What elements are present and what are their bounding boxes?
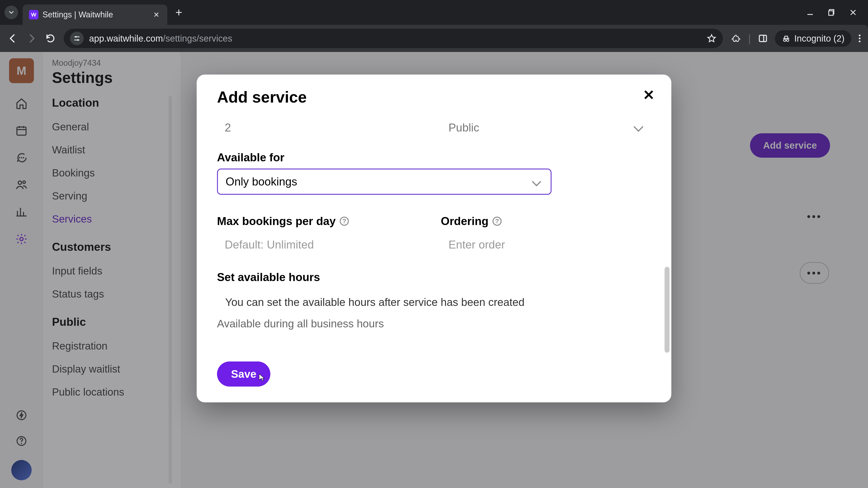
modal-close-button[interactable]: ✕ [643,87,655,103]
svg-point-5 [783,39,786,41]
maximize-button[interactable] [828,8,835,16]
kebab-icon [859,34,861,43]
panel-icon [758,34,768,43]
address-bar-row: app.waitwhile.com/settings/services | In… [0,25,868,52]
waitwhile-favicon [29,10,38,20]
ordering-input[interactable]: Enter order [441,232,651,257]
label-ordering: Ordering? [441,215,651,228]
help-icon[interactable]: ? [340,217,349,226]
available-for-select[interactable]: Only bookings [217,168,552,195]
incognito-icon [782,34,791,43]
hours-subtext: Available during all business hours [217,318,651,330]
svg-rect-4 [759,35,767,41]
chevron-down-icon [8,9,15,16]
tune-icon [73,35,81,42]
chrome-menu-button[interactable] [859,34,861,43]
cursor-icon [257,373,265,383]
scrollbar-thumb[interactable] [664,267,670,353]
browser-tab[interactable]: Settings | Waitwhile × [23,4,167,25]
site-info-button[interactable] [70,32,84,45]
partial-input-top-left[interactable]: 2 [217,115,427,140]
svg-point-3 [77,39,79,41]
tab-strip: Settings | Waitwhile × + [0,0,868,25]
url-text: app.waitwhile.com/settings/services [89,33,232,43]
svg-point-7 [859,35,861,36]
reload-button[interactable] [45,33,56,43]
svg-point-6 [786,39,789,41]
tab-title: Settings | Waitwhile [42,10,113,20]
tab-close-button[interactable]: × [152,9,161,20]
window-controls [806,8,868,17]
bookmark-button[interactable] [707,33,717,43]
tab-search-dropdown[interactable] [4,6,18,19]
max-bookings-input[interactable]: Default: Unlimited [217,232,427,257]
save-button[interactable]: Save [217,361,270,387]
add-service-modal: Add service ✕ 2 Public Available for Onl… [197,74,671,402]
svg-point-2 [75,36,76,37]
back-button[interactable] [7,33,18,44]
partial-select-top-right[interactable]: Public [441,115,651,140]
incognito-indicator[interactable]: Incognito (2) [775,30,851,47]
svg-rect-1 [829,11,833,15]
puzzle-icon [731,33,741,43]
label-set-hours: Set available hours [217,271,651,284]
star-icon [707,33,717,43]
modal-scrollbar[interactable] [664,129,670,393]
hours-note: You can set the available hours after se… [225,295,532,310]
label-available-for: Available for [217,151,651,164]
incognito-label: Incognito (2) [794,33,844,43]
modal-title: Add service [217,88,651,106]
svg-point-8 [859,37,861,39]
label-max-bookings: Max bookings per day? [217,215,427,228]
close-window-button[interactable] [849,8,857,17]
minimize-button[interactable] [806,8,814,17]
svg-point-9 [859,41,861,42]
extensions-button[interactable] [731,33,741,43]
help-icon[interactable]: ? [493,217,502,226]
address-bar[interactable]: app.waitwhile.com/settings/services [64,29,723,48]
forward-button[interactable] [26,33,37,44]
new-tab-button[interactable]: + [176,6,182,19]
side-panel-button[interactable] [758,34,768,43]
